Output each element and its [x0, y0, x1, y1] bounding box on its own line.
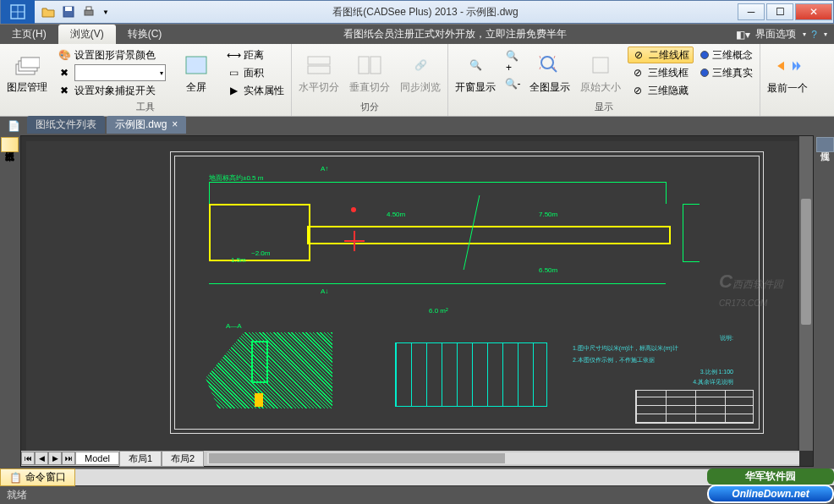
main-area: 本机图纸资源	[0, 134, 834, 468]
real3d-button[interactable]: 三维真实	[697, 64, 756, 81]
announcement-text: 看图纸会员注册正式对外开放，立即注册免费半年	[173, 27, 736, 41]
canvas-wrap: 4.50m 7.50m 6.50m ~2.0m 1.5m 地面标高约±0.5 m…	[20, 135, 814, 467]
maximize-button[interactable]: ☐	[766, 3, 793, 20]
right-side-panel: 属性	[815, 134, 834, 468]
layer-manager-label: 图层管理	[7, 80, 47, 95]
distance-button[interactable]: ⟷距离	[223, 47, 288, 63]
help-icon[interactable]: ?	[811, 29, 817, 41]
set-capture-button[interactable]: ✖设置对象捕捉开关	[54, 82, 169, 99]
status-ready: 就绪	[7, 488, 27, 502]
svg-rect-8	[186, 57, 206, 74]
concept3d-button[interactable]: 三维概念	[697, 47, 756, 63]
local-resources-tab[interactable]: 本机图纸资源	[1, 137, 19, 152]
horizontal-scrollbar[interactable]	[207, 452, 799, 464]
svg-rect-14	[593, 58, 608, 73]
vsplit-button[interactable]: 垂直切分	[346, 46, 393, 100]
svg-rect-10	[308, 66, 330, 74]
nav-prev-icon[interactable]: ◀	[35, 452, 48, 465]
color-combo[interactable]: ✖▾	[54, 64, 169, 81]
wire3d-button[interactable]: ⊘三维线框	[628, 64, 694, 81]
menu-browse[interactable]: 浏览(V)	[58, 25, 116, 44]
zoom-out-icon[interactable]: 🔍-	[502, 75, 523, 92]
command-bar: 📋 命令窗口	[0, 468, 834, 485]
ui-options-label[interactable]: 界面选项	[755, 27, 796, 41]
group-display-label: 显示	[452, 100, 756, 114]
command-icon: 📋	[9, 472, 22, 484]
nav-first-button[interactable]: 最前一个	[764, 47, 811, 101]
entity-props-button[interactable]: ▶实体属性	[223, 82, 288, 99]
layout-bar: ⏮ ◀ ▶ ⏭ Model 布局1 布局2	[21, 451, 799, 466]
drawing-frame: 4.50m 7.50m 6.50m ~2.0m 1.5m 地面标高约±0.5 m…	[170, 151, 764, 434]
stairs-section	[395, 342, 547, 407]
svg-rect-9	[308, 57, 330, 64]
save-icon[interactable]	[60, 3, 77, 20]
close-tab-icon[interactable]: ×	[172, 118, 178, 130]
tab-file-list[interactable]: 图纸文件列表	[27, 116, 105, 134]
layout-model-tab[interactable]: Model	[75, 452, 119, 465]
nav-next-icon[interactable]: ▶	[48, 452, 62, 465]
menu-bar: 主页(H) 浏览(V) 转换(C) 看图纸会员注册正式对外开放，立即注册免费半年…	[0, 24, 834, 44]
drawing-canvas[interactable]: 4.50m 7.50m 6.50m ~2.0m 1.5m 地面标高约±0.5 m…	[26, 141, 798, 451]
window-zoom-button[interactable]: 🔍开窗显示	[452, 46, 499, 100]
menu-convert[interactable]: 转换(C)	[116, 25, 174, 44]
hide3d-button[interactable]: ⊘三维隐藏	[628, 82, 694, 99]
layout-2-tab[interactable]: 布局2	[162, 451, 204, 467]
status-coord-label: 坐标	[807, 488, 827, 502]
title-bar: ▼ 看图纸(CADSee Plus) 2013 - 示例图.dwg ─ ☐ ✕	[0, 0, 834, 24]
svg-point-13	[541, 57, 553, 68]
print-icon[interactable]	[80, 3, 97, 20]
quick-access-toolbar: ▼	[35, 3, 114, 20]
svg-rect-4	[86, 7, 91, 10]
window-title: 看图纸(CADSee Plus) 2013 - 示例图.dwg	[114, 5, 737, 19]
svg-rect-11	[359, 57, 369, 74]
zoom-in-icon[interactable]: 🔍+	[502, 53, 523, 70]
menu-home[interactable]: 主页(H)	[0, 25, 58, 44]
style-icon[interactable]: ◧▾	[736, 29, 750, 41]
status-bar: 就绪 坐标	[0, 485, 834, 504]
fullscreen-button[interactable]: 全屏	[173, 46, 220, 100]
area-button[interactable]: ▭面积	[223, 64, 288, 81]
properties-tab[interactable]: 属性	[816, 137, 834, 152]
doc-tab-icon[interactable]: 📄	[5, 118, 22, 134]
ribbon: 图层管理 🎨设置图形背景颜色 ✖▾ ✖设置对象捕捉开关 全屏 ⟷距离 ▭面积 ▶…	[0, 44, 834, 117]
group-tools-label: 工具	[3, 100, 288, 114]
svg-rect-3	[85, 10, 93, 15]
minimize-button[interactable]: ─	[738, 3, 765, 20]
hsplit-button[interactable]: 水平切分	[295, 46, 343, 100]
open-icon[interactable]	[40, 3, 57, 20]
nav-first-icon[interactable]: ⏮	[21, 452, 35, 465]
svg-rect-7	[21, 58, 40, 68]
close-button[interactable]: ✕	[795, 3, 832, 20]
svg-rect-2	[65, 7, 72, 11]
window-controls: ─ ☐ ✕	[737, 2, 833, 22]
layout-1-tab[interactable]: 布局1	[119, 451, 162, 467]
app-icon[interactable]	[1, 0, 35, 24]
tab-example-dwg[interactable]: 示例图.dwg×	[107, 116, 186, 134]
zoom-extents-button[interactable]: 全图显示	[526, 46, 573, 100]
group-split-label: 切分	[295, 100, 444, 114]
left-side-panel: 本机图纸资源	[0, 134, 19, 468]
layer-manager-button[interactable]: 图层管理	[3, 46, 51, 100]
document-tabs: 📄 图纸文件列表 示例图.dwg×	[0, 117, 834, 134]
svg-rect-12	[370, 57, 381, 74]
qat-dropdown-icon[interactable]: ▼	[102, 8, 109, 16]
original-size-button[interactable]: 原始大小	[577, 46, 624, 100]
command-window-tab[interactable]: 📋 命令窗口	[0, 468, 75, 486]
set-bg-color-button[interactable]: 🎨设置图形背景颜色	[54, 47, 169, 63]
nav-last-icon[interactable]: ⏭	[62, 452, 75, 465]
sync-browse-button[interactable]: 🔗同步浏览	[397, 46, 444, 100]
vertical-scrollbar[interactable]	[799, 136, 813, 451]
title-block	[635, 390, 754, 424]
wire2d-button[interactable]: ⊘二维线框	[628, 47, 694, 63]
